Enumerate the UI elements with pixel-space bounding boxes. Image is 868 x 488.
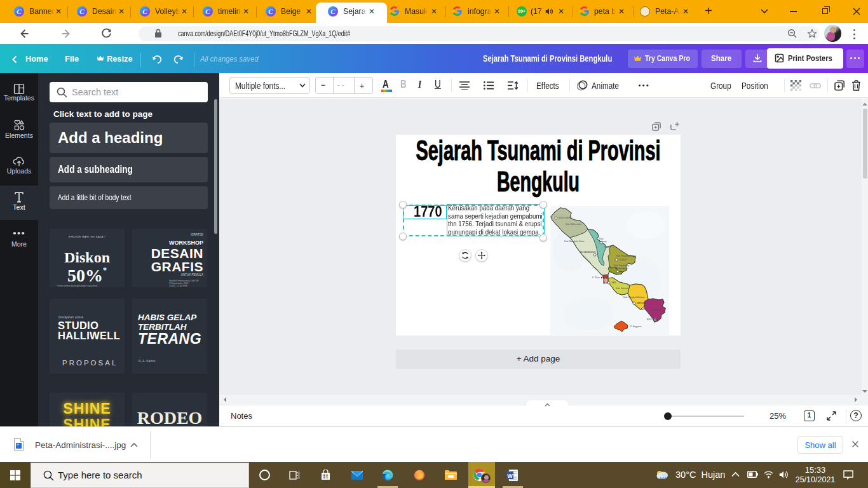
svg-text:Kab. Kepahiang: Kab. Kepahiang (614, 264, 629, 267)
svg-text:ARGAMAKMUR: ARGAMAKMUR (580, 251, 596, 254)
svg-text:W: W (507, 473, 513, 479)
svg-text:TUBEI: TUBEI (604, 246, 610, 248)
svg-text:Kab. Seluma: Kab. Seluma (616, 287, 628, 290)
svg-text:TAIS: TAIS (611, 281, 616, 284)
svg-text:P. Tikus: P. Tikus (592, 276, 600, 279)
svg-text:Sejarah Tsunami di Provinsi: Sejarah Tsunami di Provinsi (416, 135, 661, 166)
svg-text:MANNA: MANNA (637, 302, 645, 304)
svg-text:BINTUHAN: BINTUHAN (647, 318, 658, 321)
svg-text:Lebong: Lebong (599, 240, 606, 243)
svg-text:Kab. Rejang Lebong: Kab. Rejang Lebong (616, 255, 636, 257)
svg-text:Kab. Muko muko: Kab. Muko muko (566, 223, 582, 226)
svg-text:Kab. Kaur: Kab. Kaur (651, 309, 661, 311)
svg-text:MUKO MUKO: MUKO MUKO (559, 217, 573, 219)
svg-text:Kab. Bengkulu Utara: Kab. Bengkulu Utara (564, 240, 584, 243)
svg-text:KEPAHIANG: KEPAHIANG (615, 268, 628, 270)
svg-text:Kab. BengkuluSelatan: Kab. BengkuluSelatan (623, 296, 645, 299)
svg-text:CURUP: CURUP (619, 259, 627, 261)
svg-text:P. Enggano: P. Enggano (630, 325, 641, 328)
svg-text:Bengkulu: Bengkulu (497, 166, 580, 197)
